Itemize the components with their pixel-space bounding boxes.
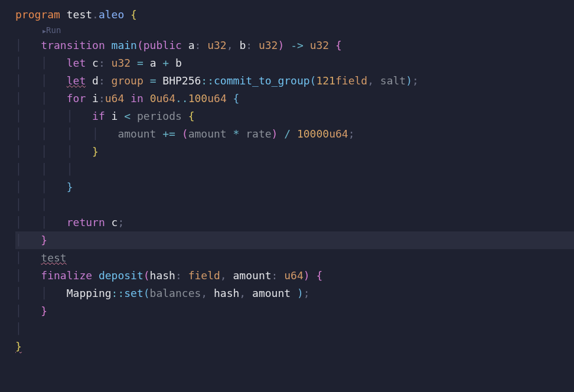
type-u32: u32 bbox=[310, 39, 330, 51]
code-line[interactable]: │ finalize deposit(hash: field, amount: … bbox=[15, 267, 574, 285]
arrow: -> bbox=[291, 39, 304, 51]
type-field: field bbox=[188, 269, 220, 282]
var-hash: hash bbox=[214, 287, 239, 299]
brace-open: { bbox=[335, 39, 342, 51]
code-line[interactable]: program test.aleo { bbox=[15, 6, 574, 24]
code-line[interactable]: │ test bbox=[15, 249, 574, 267]
run-codelens[interactable]: ▶Run bbox=[15, 24, 574, 37]
type-group: group bbox=[112, 74, 144, 87]
brace-open: { bbox=[233, 92, 240, 104]
keyword-let: let bbox=[67, 57, 86, 69]
code-line[interactable]: │ │ │ bbox=[15, 161, 574, 178]
op-div: / bbox=[284, 128, 291, 140]
type-u64: u64 bbox=[105, 92, 125, 104]
keyword-let: let bbox=[67, 74, 86, 87]
u64-suffix: u64 bbox=[207, 92, 227, 104]
brace-close: } bbox=[41, 234, 47, 246]
paren-close: ) bbox=[297, 287, 304, 299]
var-c: c bbox=[112, 216, 118, 228]
code-line[interactable]: │ │ return c; bbox=[15, 214, 574, 231]
var-amount: amount bbox=[118, 128, 156, 140]
code-line[interactable]: │ │ let d: group = BHP256::commit_to_gro… bbox=[15, 72, 574, 90]
keyword-in: in bbox=[131, 92, 144, 104]
program-name: test bbox=[67, 8, 92, 21]
num-10000: 10000 bbox=[297, 128, 329, 140]
field-suffix: field bbox=[335, 74, 367, 87]
var-i: i bbox=[92, 92, 99, 104]
code-line[interactable]: │ │ │ │ amount += (amount * rate) / 1000… bbox=[15, 125, 574, 143]
var-c: c bbox=[92, 57, 99, 69]
paren-close: ) bbox=[278, 39, 284, 51]
num-100: 100 bbox=[188, 92, 208, 104]
var-periods: periods bbox=[137, 110, 182, 122]
var-a: a bbox=[150, 57, 156, 69]
scope-sep: :: bbox=[201, 74, 214, 87]
paren-close: ) bbox=[304, 269, 310, 282]
code-line[interactable]: │ │ │ } bbox=[15, 143, 574, 161]
func-main: main bbox=[112, 39, 137, 51]
type-u64: u64 bbox=[284, 269, 304, 282]
u64-suffix: u64 bbox=[156, 92, 175, 104]
paren-close: ) bbox=[272, 128, 278, 140]
code-line[interactable]: │ │ Mapping::set(balances, hash, amount … bbox=[15, 285, 574, 302]
code-line[interactable]: │ │ │ if i < periods { bbox=[15, 107, 574, 125]
var-amount: amount bbox=[252, 287, 291, 299]
var-rate: rate bbox=[246, 128, 271, 140]
type-u32: u32 bbox=[207, 39, 227, 51]
var-d: d bbox=[92, 74, 99, 87]
var-b: b bbox=[175, 57, 182, 69]
code-line[interactable]: │ │ let c: u32 = a + b bbox=[15, 54, 574, 72]
code-line[interactable]: │ bbox=[15, 320, 574, 338]
brace-open: { bbox=[131, 8, 137, 21]
brace-close: } bbox=[67, 181, 73, 193]
keyword-public: public bbox=[144, 39, 182, 51]
op-mul: * bbox=[233, 128, 240, 140]
scope-sep: :: bbox=[112, 287, 125, 299]
brace-open: { bbox=[316, 269, 322, 282]
brace-close: } bbox=[92, 145, 99, 158]
brace-open: { bbox=[188, 110, 195, 122]
code-line[interactable]: } bbox=[15, 338, 574, 355]
code-line-active[interactable]: │ } bbox=[15, 231, 574, 249]
func-commit: commit_to_group bbox=[214, 74, 310, 87]
param-b: b bbox=[239, 39, 246, 51]
keyword-finalize: finalize bbox=[41, 269, 92, 282]
op-plus: + bbox=[162, 57, 169, 69]
code-line[interactable]: │ │ bbox=[15, 196, 574, 214]
var-amount: amount bbox=[188, 128, 227, 140]
paren-close: ) bbox=[406, 74, 412, 87]
code-line[interactable]: │ │ } bbox=[15, 178, 574, 196]
func-deposit: deposit bbox=[99, 269, 144, 282]
code-line[interactable]: │ │ for i:u64 in 0u64..100u64 { bbox=[15, 90, 574, 107]
keyword-program: program bbox=[15, 8, 60, 21]
code-line[interactable]: │ transition main(public a: u32, b: u32)… bbox=[15, 37, 574, 54]
paren-open: ( bbox=[137, 39, 144, 51]
param-hash: hash bbox=[150, 269, 175, 282]
mapping: Mapping bbox=[67, 287, 112, 299]
var-balances: balances bbox=[150, 287, 201, 299]
ident-test: test bbox=[41, 251, 66, 264]
paren-open: ( bbox=[310, 74, 317, 87]
brace-close: } bbox=[15, 340, 22, 352]
var-salt: salt bbox=[380, 74, 406, 87]
op-lt: < bbox=[124, 110, 131, 122]
keyword-transition: transition bbox=[41, 39, 105, 51]
op-eq: = bbox=[150, 74, 156, 87]
type-u32: u32 bbox=[112, 57, 131, 69]
u64-suffix: u64 bbox=[329, 128, 348, 140]
keyword-for: for bbox=[67, 92, 86, 104]
func-set: set bbox=[124, 287, 144, 299]
paren-open: ( bbox=[182, 128, 188, 140]
program-ext: aleo bbox=[99, 8, 124, 21]
keyword-return: return bbox=[67, 216, 105, 228]
run-label: Run bbox=[46, 25, 61, 35]
num-0: 0 bbox=[150, 92, 156, 104]
code-editor[interactable]: program test.aleo { ▶Run │ transition ma… bbox=[15, 6, 574, 355]
type-u32: u32 bbox=[259, 39, 278, 51]
paren-open: ( bbox=[144, 287, 150, 299]
brace-close: } bbox=[41, 305, 47, 317]
code-line[interactable]: │ } bbox=[15, 302, 574, 320]
bhp256: BHP256 bbox=[162, 74, 201, 87]
dot: . bbox=[92, 8, 99, 21]
op-eq: = bbox=[137, 57, 144, 69]
